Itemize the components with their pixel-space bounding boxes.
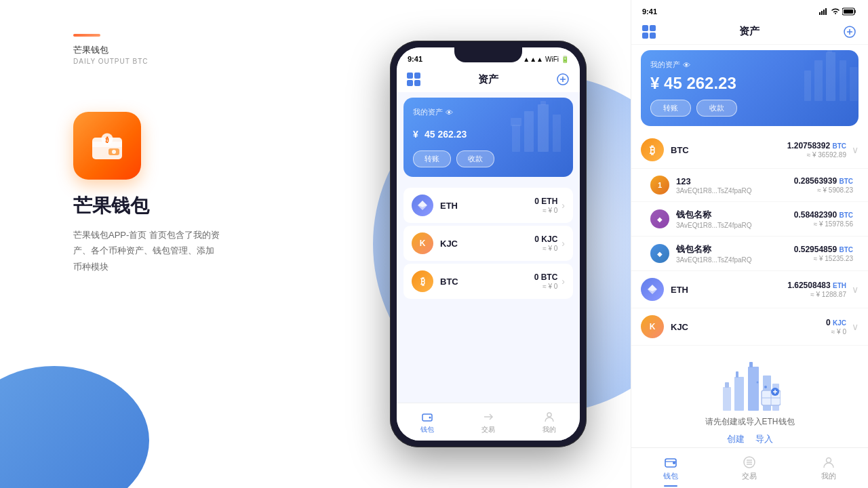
right-eth-info: ETH xyxy=(671,285,787,295)
phone-coin-btc[interactable]: ₿ BTC 0 BTC ≈ ¥ 0 › xyxy=(403,264,573,299)
svg-text:₿: ₿ xyxy=(105,136,109,144)
svg-rect-38 xyxy=(723,387,731,411)
right-eth-arrow: ∨ xyxy=(852,284,859,295)
phone-tab-tx[interactable]: 交易 xyxy=(458,410,519,434)
tx-tab-icon xyxy=(481,410,495,424)
right-eye-icon[interactable]: 👁 xyxy=(683,61,690,69)
svg-rect-35 xyxy=(827,50,832,53)
eth-prompt-text: 请先创建或导入ETH钱包 xyxy=(705,416,795,428)
right-tab-bar: 钱包 交易 我的 xyxy=(631,447,868,488)
right-coin-purple[interactable]: ◆ 钱包名称 3AvEQt1R8...TsZ4fpaRQ 0.58482390 … xyxy=(631,202,868,237)
right-blue-logo: ◆ xyxy=(650,244,669,263)
accent-line xyxy=(73,34,100,37)
right-tab-wallet[interactable]: 钱包 xyxy=(631,455,710,481)
phone-status-icons: ▲▲▲ WiFi 🔋 xyxy=(523,56,569,63)
brand-text: 芒果钱包 DAILY OUTPUT BTC xyxy=(73,44,148,65)
btc-logo: ₿ xyxy=(412,270,433,292)
right-tab-tx[interactable]: 交易 xyxy=(710,455,789,481)
svg-point-18 xyxy=(429,416,431,418)
phone-receive-btn[interactable]: 收款 xyxy=(456,150,494,167)
blue-blob xyxy=(0,366,149,488)
right-header-title: 资产 xyxy=(739,25,760,38)
phone-coin-eth[interactable]: ETH 0 ETH ≈ ¥ 0 › xyxy=(403,188,573,223)
svg-point-61 xyxy=(826,458,831,463)
phone-grid-icon[interactable] xyxy=(406,72,421,87)
right-tx-tab-icon xyxy=(742,455,757,470)
brand-sub: DAILY OUTPUT BTC xyxy=(73,58,148,65)
phone-add-icon[interactable] xyxy=(555,72,570,87)
kjc-logo: K xyxy=(412,232,433,254)
right-tab-tx-label: 交易 xyxy=(742,471,757,481)
mine-tab-icon xyxy=(542,410,556,424)
right-tab-wallet-label: 钱包 xyxy=(663,471,678,481)
right-tab-mine-label: 我的 xyxy=(821,471,836,481)
phone-tab-mine-label: 我的 xyxy=(542,425,556,434)
phone-coin-kjc[interactable]: K KJC 0 KJC ≈ ¥ 0 › xyxy=(403,226,573,261)
phone-header-title: 资产 xyxy=(478,73,498,86)
eth-create-btn[interactable]: 创建 xyxy=(727,433,745,445)
right-balance-actions: 转账 收款 xyxy=(650,100,849,117)
right-balance-card: 我的资产 👁 ¥ 45 262.23 转账 收款 xyxy=(641,50,859,126)
phone-content: 我的资产 👁 ¥ 45 262.23 转账 收款 xyxy=(397,92,580,403)
phone-transfer-btn[interactable]: 转账 xyxy=(413,150,451,167)
svg-rect-10 xyxy=(511,118,521,126)
right-123-amount: 0.28563939 BTC ≈ ¥ 5908.23 xyxy=(794,176,853,194)
svg-rect-33 xyxy=(840,60,846,101)
right-btc-arrow: ∨ xyxy=(852,144,859,155)
phone-tab-tx-label: 交易 xyxy=(481,425,495,434)
right-coin-btc[interactable]: ₿ BTC 1.20758392 BTC ≈ ¥ 36592.89 ∨ xyxy=(631,131,868,169)
kjc-amount-col: 0 KJC ≈ ¥ 0 xyxy=(534,235,557,252)
right-wallet-tab-icon xyxy=(663,455,678,470)
right-transfer-btn[interactable]: 转账 xyxy=(650,100,691,117)
svg-rect-30 xyxy=(804,70,811,101)
right-btc-info: BTC xyxy=(671,145,787,155)
app-icon: ₿ xyxy=(73,112,141,180)
svg-rect-32 xyxy=(826,52,835,101)
app-desc: 芒果钱包APP-首页 首页包含了我的资产、各个币种资产、钱包管理、添加币种模块 xyxy=(73,227,222,274)
right-coin-eth[interactable]: ETH 1.62508483 ETH ≈ ¥ 1288.87 ∨ xyxy=(631,271,868,308)
eth-info: ETH xyxy=(440,201,534,211)
svg-rect-26 xyxy=(844,9,853,14)
svg-rect-22 xyxy=(821,11,823,15)
right-grid-icon[interactable] xyxy=(642,25,656,39)
right-coin-blue[interactable]: ◆ 钱包名称 3AvEQt1R8...TsZ4fpaRQ 0.52954859 … xyxy=(631,237,868,271)
signal-icon xyxy=(819,8,829,15)
svg-rect-14 xyxy=(540,101,546,105)
right-123-info: 123 3AvEQt1R8...TsZ4fpaRQ xyxy=(676,176,794,195)
right-blue-amount: 0.52954859 BTC ≈ ¥ 15235.23 xyxy=(794,245,853,262)
svg-point-20 xyxy=(547,413,551,417)
kjc-info: KJC xyxy=(440,239,534,249)
phone-frame: 9:41 ▲▲▲ WiFi 🔋 资产 xyxy=(390,41,587,447)
eth-import-btn[interactable]: 导入 xyxy=(755,433,773,445)
right-header-left xyxy=(642,25,656,39)
right-tab-mine[interactable]: 我的 xyxy=(789,455,868,481)
phone-tab-wallet[interactable]: 钱包 xyxy=(397,410,458,434)
right-eth-logo xyxy=(641,278,664,301)
brand-title: 芒果钱包 xyxy=(73,44,148,56)
right-panel: 9:41 xyxy=(631,0,868,488)
right-purple-amount: 0.58482390 BTC ≈ ¥ 15978.56 xyxy=(794,210,853,228)
svg-point-5 xyxy=(112,150,116,154)
phone-tab-bar: 钱包 交易 我的 xyxy=(397,403,580,441)
eth-arrow: › xyxy=(561,200,565,211)
svg-rect-34 xyxy=(850,67,858,101)
phone-notch xyxy=(454,47,522,62)
svg-rect-11 xyxy=(524,111,534,152)
right-header: 资产 xyxy=(631,19,868,45)
eye-icon[interactable]: 👁 xyxy=(446,108,453,117)
phone-coin-list: ETH 0 ETH ≈ ¥ 0 › K xyxy=(397,182,580,304)
right-coin-kjc[interactable]: K KJC 0 KJC ≈ ¥ 0 ∨ xyxy=(631,308,868,346)
svg-rect-41 xyxy=(736,371,738,378)
phone-section: 9:41 ▲▲▲ WiFi 🔋 资产 xyxy=(346,0,631,488)
svg-rect-43 xyxy=(749,362,753,367)
app-icon-wrap: ₿ xyxy=(73,112,141,180)
eth-prompt-actions: 创建 导入 xyxy=(727,433,773,445)
right-scroll: ₿ BTC 1.20758392 BTC ≈ ¥ 36592.89 ∨ 1 12… xyxy=(631,131,868,447)
phone-tab-mine[interactable]: 我的 xyxy=(519,410,580,434)
svg-rect-31 xyxy=(814,60,823,101)
right-coin-123[interactable]: 1 123 3AvEQt1R8...TsZ4fpaRQ 0.28563939 B… xyxy=(631,169,868,202)
right-status-icons xyxy=(819,7,857,16)
right-add-btn[interactable] xyxy=(842,24,857,39)
right-kjc-logo: K xyxy=(641,315,664,338)
right-receive-btn[interactable]: 收款 xyxy=(696,100,737,117)
